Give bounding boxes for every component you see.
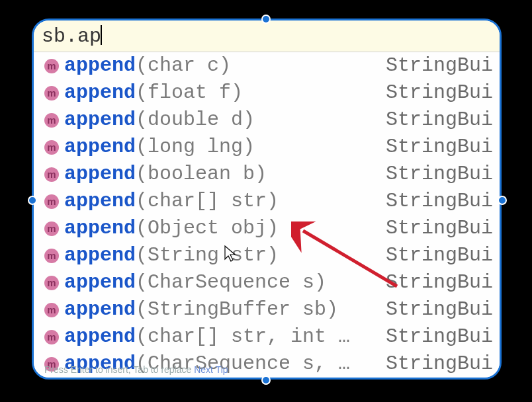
selection-handle-bottom[interactable]: [261, 376, 271, 385]
method-params: (Object obj): [136, 217, 279, 239]
method-icon: m: [44, 113, 59, 128]
return-type: StringBui: [374, 350, 493, 378]
typed-text: sb.ap: [42, 25, 101, 48]
suggestion-item[interactable]: mappend(CharSequence s)StringBui: [34, 269, 500, 296]
method-icon: m: [44, 276, 59, 290]
method-name: append: [64, 163, 136, 185]
return-type: StringBui: [374, 296, 493, 323]
method-signature: append(Object obj): [64, 215, 374, 242]
method-name: append: [64, 244, 136, 266]
method-signature: append(char c): [64, 52, 374, 79]
code-input-line[interactable]: sb.ap: [34, 20, 500, 52]
method-params: (char[] str, int …: [136, 325, 350, 348]
method-signature: append(double d): [64, 106, 374, 134]
method-name: append: [64, 54, 136, 77]
return-type: StringBui: [374, 215, 493, 242]
method-params: (boolean b): [136, 163, 267, 185]
method-name: append: [64, 136, 136, 158]
method-signature: append(boolean b): [64, 161, 374, 188]
method-icon: m: [44, 194, 59, 209]
return-type: StringBui: [374, 269, 493, 296]
method-params: (String str): [136, 244, 279, 266]
selection-handle-left[interactable]: [28, 196, 37, 205]
popup-footer: Press Enter to insert, Tab to replace Ne…: [44, 364, 228, 375]
return-type: StringBui: [374, 79, 493, 106]
autocomplete-popup: sb.ap mappend(char c)StringBuimappend(fl…: [32, 19, 502, 380]
method-icon: m: [44, 249, 59, 263]
method-icon: m: [44, 221, 59, 236]
return-type: StringBui: [374, 188, 493, 215]
method-name: append: [64, 271, 136, 294]
method-signature: append(float f): [64, 79, 374, 106]
method-icon: m: [44, 86, 59, 100]
text-caret: [101, 25, 102, 45]
method-signature: append(String str): [64, 242, 374, 269]
method-params: (double d): [136, 108, 255, 131]
footer-next-tip-link[interactable]: Next Tip: [194, 364, 228, 375]
selection-handle-right[interactable]: [498, 196, 507, 205]
suggestion-item[interactable]: mappend(char[] str, int …StringBui: [34, 323, 500, 350]
footer-hint: Press Enter to insert, Tab to replace: [44, 364, 191, 375]
method-icon: m: [44, 303, 59, 317]
method-params: (char c): [136, 54, 231, 77]
return-type: StringBui: [374, 134, 493, 161]
suggestion-item[interactable]: mappend(double d)StringBui: [34, 106, 500, 134]
method-icon: m: [44, 167, 59, 182]
return-type: StringBui: [374, 161, 493, 188]
method-params: (CharSequence s): [136, 271, 326, 294]
selection-handle-top[interactable]: [261, 15, 271, 24]
method-name: append: [64, 190, 136, 212]
method-name: append: [64, 81, 136, 104]
method-signature: append(StringBuffer sb): [64, 296, 374, 323]
method-params: (long lng): [136, 136, 255, 158]
method-signature: append(CharSequence s): [64, 269, 374, 296]
suggestion-item[interactable]: mappend(long lng)StringBui: [34, 134, 500, 161]
method-params: (char[] str): [136, 190, 279, 212]
suggestion-item[interactable]: mappend(char c)StringBui: [34, 52, 500, 79]
method-name: append: [64, 217, 136, 239]
method-name: append: [64, 325, 136, 348]
suggestion-item[interactable]: mappend(Object obj)StringBui: [34, 215, 500, 242]
suggestion-item[interactable]: mappend(StringBuffer sb)StringBui: [34, 296, 500, 323]
method-name: append: [64, 298, 136, 321]
suggestion-item[interactable]: mappend(char[] str)StringBui: [34, 188, 500, 215]
return-type: StringBui: [374, 242, 493, 269]
suggestion-item[interactable]: mappend(String str)StringBui: [34, 242, 500, 269]
method-params: (float f): [136, 81, 243, 104]
suggestion-item[interactable]: mappend(float f)StringBui: [34, 79, 500, 106]
method-signature: append(char[] str, int …: [64, 323, 374, 350]
method-name: append: [64, 108, 136, 131]
method-icon: m: [44, 330, 59, 344]
return-type: StringBui: [374, 106, 493, 134]
method-icon: m: [44, 59, 59, 73]
return-type: StringBui: [374, 52, 493, 79]
suggestion-item[interactable]: mappend(boolean b)StringBui: [34, 161, 500, 188]
return-type: StringBui: [374, 323, 493, 350]
method-icon: m: [44, 140, 59, 155]
method-signature: append(char[] str): [64, 188, 374, 215]
suggestion-list[interactable]: mappend(char c)StringBuimappend(float f)…: [34, 52, 500, 378]
method-params: (StringBuffer sb): [136, 298, 338, 321]
method-signature: append(long lng): [64, 134, 374, 161]
